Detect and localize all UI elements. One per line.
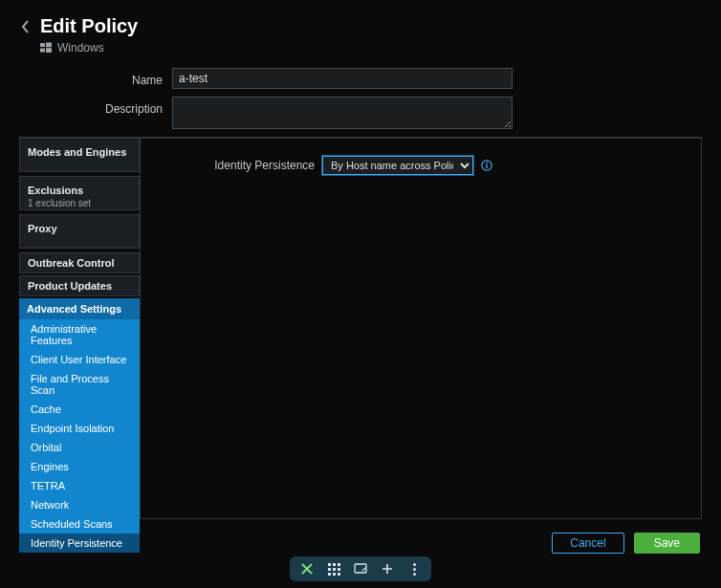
grid-apps-icon[interactable] <box>326 561 341 577</box>
close-x-icon[interactable] <box>299 561 315 577</box>
info-icon[interactable] <box>481 160 492 171</box>
description-label: Description <box>19 97 172 116</box>
sidebar-item-outbreak[interactable]: Outbreak Control <box>19 252 140 273</box>
sidebar-item-orbital[interactable]: Orbital <box>19 438 140 457</box>
sidebar-item-client-ui[interactable]: Client User Interface <box>19 350 140 369</box>
svg-point-5 <box>486 163 488 164</box>
name-label: Name <box>19 68 172 87</box>
svg-rect-3 <box>46 48 52 53</box>
platform-row: Windows <box>40 41 702 54</box>
settings-sidebar: Modes and Engines Exclusions 1 exclusion… <box>19 138 140 519</box>
content-panel: Identity Persistence By Host name across… <box>140 138 702 519</box>
identity-persistence-select[interactable]: By Host name across Policy <box>322 156 473 175</box>
sidebar-item-engines[interactable]: Engines <box>19 457 140 476</box>
sidebar-item-updates[interactable]: Product Updates <box>19 275 140 296</box>
sidebar-item-proxy[interactable]: Proxy <box>19 214 140 249</box>
svg-rect-2 <box>40 49 45 53</box>
name-input[interactable] <box>172 68 513 89</box>
bottom-dock <box>290 556 431 581</box>
sidebar-item-label: Proxy <box>28 223 131 234</box>
sidebar-item-endpoint-isolation[interactable]: Endpoint Isolation <box>19 419 140 438</box>
more-dots-icon[interactable] <box>406 561 422 577</box>
screenshot-icon[interactable] <box>353 561 368 577</box>
sidebar-item-modes-engines[interactable]: Modes and Engines <box>19 138 140 172</box>
sidebar-item-network[interactable]: Network <box>19 495 140 514</box>
svg-rect-6 <box>486 164 487 168</box>
platform-label: Windows <box>57 41 104 54</box>
back-icon[interactable] <box>19 20 33 33</box>
sidebar-item-tetra[interactable]: TETRA <box>19 476 140 495</box>
plus-icon[interactable] <box>380 561 395 577</box>
sidebar-advanced-header[interactable]: Advanced Settings <box>19 298 140 319</box>
sidebar-advanced-group: Advanced Settings Administrative Feature… <box>19 298 140 553</box>
sidebar-item-file-process-scan[interactable]: File and Process Scan <box>19 369 140 400</box>
sidebar-item-label: Product Updates <box>28 280 131 292</box>
sidebar-item-label: Modes and Engines <box>28 146 131 158</box>
sidebar-item-admin-features[interactable]: Administrative Features <box>19 319 140 350</box>
svg-rect-1 <box>46 43 52 48</box>
svg-rect-0 <box>40 43 45 47</box>
sidebar-item-sub: 1 exclusion set <box>28 198 131 208</box>
sidebar-item-label: Exclusions <box>28 185 131 196</box>
windows-icon <box>40 42 52 54</box>
sidebar-item-scheduled-scans[interactable]: Scheduled Scans <box>19 514 140 534</box>
sidebar-item-exclusions[interactable]: Exclusions 1 exclusion set <box>19 176 140 210</box>
cancel-button[interactable]: Cancel <box>552 533 623 554</box>
sidebar-item-identity-persistence[interactable]: Identity Persistence <box>19 534 140 553</box>
save-button[interactable]: Save <box>634 533 700 554</box>
description-input[interactable] <box>172 97 513 129</box>
page-title: Edit Policy <box>40 15 138 37</box>
sidebar-item-label: Outbreak Control <box>28 257 131 269</box>
sidebar-item-cache[interactable]: Cache <box>19 400 140 419</box>
identity-persistence-label: Identity Persistence <box>152 159 315 172</box>
